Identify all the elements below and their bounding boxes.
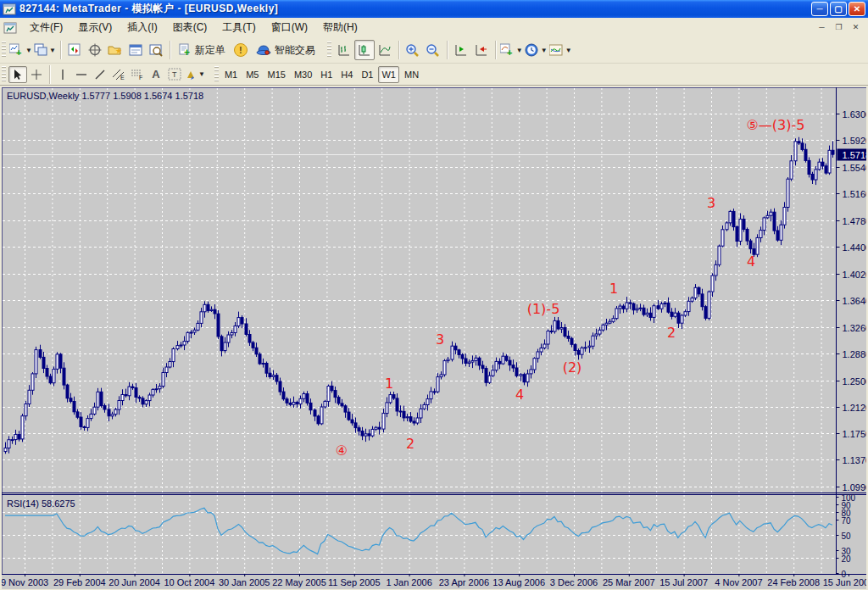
profiles-button[interactable]: ▼ <box>33 40 57 60</box>
maximize-button[interactable]: ▢ <box>830 2 847 16</box>
menu-help[interactable]: 帮助(H) <box>315 18 365 37</box>
toolbar-grip[interactable] <box>327 42 331 58</box>
svg-text:T: T <box>172 70 177 79</box>
periods-button[interactable]: ▼ <box>524 40 548 60</box>
svg-text:11 Sep 2005: 11 Sep 2005 <box>328 577 381 587</box>
drawing-toolbar: E F A T ▼ M1M5M15M30H1H4D1W1MN <box>0 64 868 86</box>
metatrader-window: 827144: MetaTrader - 模拟帐户 - [EURUSD,Week… <box>0 0 868 590</box>
svg-text:25 Mar 2007: 25 Mar 2007 <box>603 577 655 587</box>
horizontal-line-tool-button[interactable] <box>72 66 91 83</box>
terminal-button[interactable] <box>125 40 146 60</box>
child-close-button[interactable]: ✕ <box>849 21 863 34</box>
zoom-in-button[interactable] <box>403 40 423 60</box>
svg-text:20: 20 <box>842 554 852 564</box>
expert-advisors-button[interactable]: 智能交易 <box>251 40 320 60</box>
timeframe-button-m15[interactable]: M15 <box>264 66 288 83</box>
trendline-tool-button[interactable] <box>91 66 109 83</box>
timeframe-button-m5[interactable]: M5 <box>242 66 262 83</box>
svg-text:+: + <box>507 47 512 57</box>
arrows-tool-button[interactable]: ▼ <box>184 66 206 83</box>
svg-text:1.2880: 1.2880 <box>843 349 867 359</box>
data-window-button[interactable] <box>85 40 105 60</box>
svg-text:★: ★ <box>115 47 122 55</box>
title-bar: 827144: MetaTrader - 模拟帐户 - [EURUSD,Week… <box>0 0 868 18</box>
toolbar-grip[interactable] <box>2 66 6 83</box>
svg-text:22 May 2005: 22 May 2005 <box>272 577 326 587</box>
svg-text:1 Jan 2006: 1 Jan 2006 <box>386 577 431 587</box>
text-label-tool-button[interactable]: T <box>165 66 184 83</box>
bar-chart-button[interactable] <box>334 40 354 60</box>
chart-window-icon[interactable] <box>3 21 17 35</box>
svg-text:13 Aug 2006: 13 Aug 2006 <box>492 577 545 587</box>
line-chart-button[interactable] <box>375 40 395 60</box>
text-tool-button[interactable]: A <box>147 66 165 83</box>
svg-text:3 Dec 2006: 3 Dec 2006 <box>550 577 598 587</box>
timeframe-toolbar: M1M5M15M30H1H4D1W1MN <box>221 66 422 83</box>
svg-text:1.4780: 1.4780 <box>843 216 867 226</box>
channel-tool-button[interactable]: E <box>109 66 128 83</box>
new-order-button[interactable]: + 新定单 <box>174 40 231 60</box>
svg-text:1.5160: 1.5160 <box>843 189 867 199</box>
chart-shift-button[interactable] <box>471 40 492 60</box>
new-chart-button[interactable]: +▼ <box>8 40 33 60</box>
crosshair-tool-button[interactable] <box>27 66 46 83</box>
svg-text:1.5718: 1.5718 <box>843 150 867 160</box>
svg-text:23 Apr 2006: 23 Apr 2006 <box>439 577 489 587</box>
vertical-line-tool-button[interactable] <box>53 66 72 83</box>
svg-text:1.1750: 1.1750 <box>843 429 867 439</box>
navigator-button[interactable]: ★ <box>105 40 125 60</box>
cursor-tool-button[interactable] <box>8 66 27 83</box>
menu-file[interactable]: 文件(F) <box>22 18 70 37</box>
timeframe-button-w1[interactable]: W1 <box>378 66 399 83</box>
svg-text:+: + <box>16 47 21 57</box>
templates-button[interactable]: ▼ <box>548 40 573 60</box>
svg-text:RSI(14) 58.6275: RSI(14) 58.6275 <box>7 498 75 509</box>
svg-text:1.1370: 1.1370 <box>843 455 867 465</box>
close-button[interactable]: ✕ <box>849 2 865 16</box>
svg-text:9 Nov 2003: 9 Nov 2003 <box>2 577 48 587</box>
menu-insert[interactable]: 插入(I) <box>120 18 164 37</box>
standard-toolbar: +▼ ▼ ★ + 新定单 ! 智能交易 <box>0 37 868 64</box>
menu-tools[interactable]: 工具(T) <box>214 18 263 37</box>
timeframe-button-m1[interactable]: M1 <box>221 66 241 83</box>
menu-view[interactable]: 显示(V) <box>70 18 120 37</box>
zoom-out-button[interactable] <box>423 40 443 60</box>
indicators-button[interactable]: +▼ <box>499 40 524 60</box>
toolbar-grip[interactable] <box>2 42 6 58</box>
window-title: 827144: MetaTrader - 模拟帐户 - [EURUSD,Week… <box>19 2 278 16</box>
svg-text:50: 50 <box>842 532 852 541</box>
chart-area[interactable]: 1.63001.59201.55401.51601.47801.44001.40… <box>0 85 868 590</box>
svg-text:1.3260: 1.3260 <box>843 323 867 333</box>
svg-text:1.4400: 1.4400 <box>843 242 867 253</box>
menu-charts[interactable]: 图表(C) <box>165 18 215 37</box>
market-watch-button[interactable] <box>64 40 85 60</box>
auto-scroll-button[interactable] <box>451 40 471 60</box>
alert-icon[interactable]: ! <box>231 40 251 60</box>
svg-text:20 Jun 2004: 20 Jun 2004 <box>108 577 160 587</box>
svg-text:15 Jul 2007: 15 Jul 2007 <box>659 577 708 587</box>
menu-window[interactable]: 窗口(W) <box>264 18 315 37</box>
svg-text:+: + <box>184 47 190 57</box>
child-minimize-button[interactable]: ─ <box>815 21 829 34</box>
svg-text:30 Jan 2005: 30 Jan 2005 <box>219 577 270 587</box>
child-restore-button[interactable]: ❐ <box>832 21 846 34</box>
expert-advisors-label: 智能交易 <box>275 43 315 58</box>
candlestick-chart-button[interactable] <box>354 40 375 60</box>
timeframe-button-h4[interactable]: H4 <box>337 66 356 83</box>
strategy-tester-button[interactable] <box>146 40 166 60</box>
svg-text:10 Oct 2004: 10 Oct 2004 <box>164 577 214 587</box>
app-icon <box>3 3 16 16</box>
timeframe-button-mn[interactable]: MN <box>401 66 422 83</box>
svg-text:1.6300: 1.6300 <box>843 109 867 120</box>
timeframe-button-m30[interactable]: M30 <box>291 66 315 83</box>
svg-text:1.3640: 1.3640 <box>843 296 867 306</box>
timeframe-button-h1[interactable]: H1 <box>317 66 336 83</box>
svg-text:1.5540: 1.5540 <box>843 163 867 173</box>
svg-text:1.2120: 1.2120 <box>843 403 867 413</box>
price-chart[interactable]: 1.63001.59201.55401.51601.47801.44001.40… <box>2 87 866 589</box>
minimize-button[interactable]: ─ <box>811 2 828 16</box>
fibonacci-tool-button[interactable]: F <box>128 66 147 83</box>
toolbar-grip[interactable] <box>214 66 219 83</box>
timeframe-button-d1[interactable]: D1 <box>358 66 376 83</box>
svg-text:70: 70 <box>842 516 852 526</box>
